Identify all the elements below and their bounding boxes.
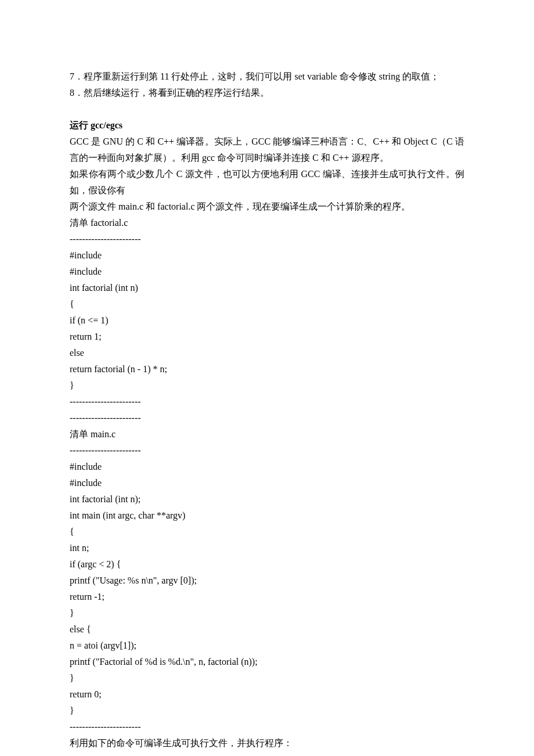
code-line: } xyxy=(70,670,464,686)
code-separator: ----------------------- xyxy=(70,231,464,247)
code-line: if (argc < 2) { xyxy=(70,556,464,573)
code-separator: ----------------------- xyxy=(70,410,464,426)
section-spacer xyxy=(70,101,464,117)
numbered-item-8: 8．然后继续运行，将看到正确的程序运行结果。 xyxy=(70,85,464,101)
numbered-item-7: 7．程序重新运行到第 11 行处停止，这时，我们可以用 set variable… xyxy=(70,69,464,85)
code-line: } xyxy=(70,703,464,719)
document-page: 7．程序重新运行到第 11 行处停止，这时，我们可以用 set variable… xyxy=(0,0,534,756)
code-line: return 0; xyxy=(70,686,464,703)
body-line: 两个源文件 main.c 和 factorial.c 两个源文件，现在要编译生成… xyxy=(70,199,464,215)
code-separator: ----------------------- xyxy=(70,442,464,459)
code-separator: ----------------------- xyxy=(70,394,464,410)
code-separator: ----------------------- xyxy=(70,719,464,735)
code-line: if (n <= 1) xyxy=(70,312,464,329)
body-line: 清单 main.c xyxy=(70,426,464,442)
code-line: } xyxy=(70,377,464,394)
code-line: n = atoi (argv[1]); xyxy=(70,638,464,654)
code-line: int factorial (int n) xyxy=(70,280,464,296)
code-line: #include xyxy=(70,247,464,264)
code-line: return 1; xyxy=(70,329,464,345)
body-line: 如果你有两个或少数几个 C 源文件，也可以方便地利用 GCC 编译、连接并生成可… xyxy=(70,166,464,199)
code-line: #include xyxy=(70,475,464,491)
code-line: int main (int argc, char **argv) xyxy=(70,507,464,524)
body-line: 清单 factorial.c xyxy=(70,215,464,231)
code-line: printf ("Usage: %s n\n", argv [0]); xyxy=(70,573,464,589)
code-line: } xyxy=(70,605,464,621)
code-line: #include xyxy=(70,264,464,280)
section-heading: 运行 gcc/egcs xyxy=(70,117,464,134)
code-line: else xyxy=(70,345,464,361)
body-line: GCC 是 GNU 的 C 和 C++ 编译器。实际上，GCC 能够编译三种语言… xyxy=(70,134,464,166)
code-line: printf ("Factorial of %d is %d.\n", n, f… xyxy=(70,654,464,670)
body-line: 利用如下的命令可编译生成可执行文件，并执行程序： xyxy=(70,735,464,751)
code-line: return -1; xyxy=(70,589,464,605)
code-line: int n; xyxy=(70,540,464,556)
code-line: #include xyxy=(70,459,464,475)
code-line: int factorial (int n); xyxy=(70,491,464,507)
code-line: return factorial (n - 1) * n; xyxy=(70,361,464,377)
code-line: { xyxy=(70,296,464,312)
code-line: { xyxy=(70,524,464,540)
code-line: else { xyxy=(70,621,464,638)
